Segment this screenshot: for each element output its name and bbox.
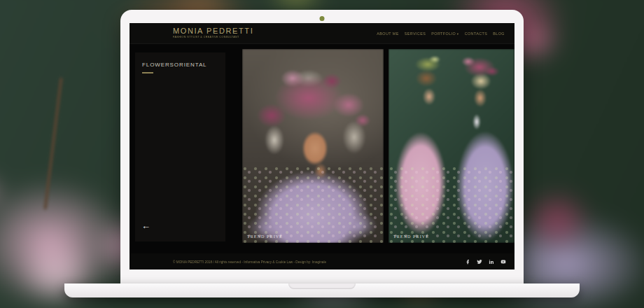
photo-watermark: TREND PRIVÉ	[247, 234, 283, 239]
floral-texture	[242, 166, 384, 243]
youtube-icon[interactable]	[500, 259, 506, 265]
gallery-photo-duo[interactable]: TREND PRIVÉ	[388, 49, 514, 243]
linkedin-icon[interactable]	[489, 259, 494, 265]
logo[interactable]: MONIA PEDRETTI FASHION STYLIST & CREATIV…	[173, 27, 280, 40]
laptop-mockup: MONIA PEDRETTI FASHION STYLIST & CREATIV…	[64, 10, 580, 298]
laptop-base-notch	[288, 284, 356, 289]
floral-texture	[388, 166, 514, 243]
facebook-icon[interactable]	[465, 259, 470, 265]
logo-title[interactable]: MONIA PEDRETTI	[173, 27, 280, 35]
site-footer: © MONIA PEDRETTI 2018 / All rights reser…	[130, 253, 514, 270]
logo-tagline: FASHION STYLIST & CREATIVE CONSULTANT	[173, 36, 239, 38]
twitter-icon[interactable]	[477, 259, 482, 265]
nav-services[interactable]: SERVICES	[405, 31, 426, 35]
copyright-text: © MONIA PEDRETTI 2018 / All rights reser…	[173, 260, 326, 263]
album-title-underline	[142, 72, 153, 74]
album-title: FLOWERSORIENTAL	[142, 62, 225, 68]
laptop-base	[64, 284, 580, 298]
nav-portfolio[interactable]: PORTFOLIO▾	[431, 31, 458, 35]
website-screen: MONIA PEDRETTI FASHION STYLIST & CREATIV…	[130, 23, 514, 270]
nav-contacts[interactable]: CONTACTS	[465, 31, 488, 35]
nav-about-me[interactable]: ABOUT ME	[377, 31, 398, 35]
gallery-main: FLOWERSORIENTAL ← TREND PRIVÉ TREND PRIV…	[130, 44, 514, 253]
gallery-photo-portrait[interactable]: TREND PRIVÉ	[242, 49, 384, 243]
album-sidebar: FLOWERSORIENTAL ←	[135, 52, 225, 241]
chevron-down-icon: ▾	[457, 31, 459, 35]
back-arrow-icon[interactable]: ←	[141, 221, 150, 230]
laptop-bezel: MONIA PEDRETTI FASHION STYLIST & CREATIV…	[120, 10, 524, 284]
photo-watermark: TREND PRIVÉ	[393, 234, 429, 239]
social-links	[465, 259, 506, 265]
nav-blog[interactable]: BLOG	[493, 31, 505, 35]
site-header: MONIA PEDRETTI FASHION STYLIST & CREATIV…	[130, 23, 514, 44]
main-nav: ABOUT ME SERVICES PORTFOLIO▾ CONTACTS BL…	[377, 31, 505, 35]
laptop-camera	[320, 16, 325, 21]
